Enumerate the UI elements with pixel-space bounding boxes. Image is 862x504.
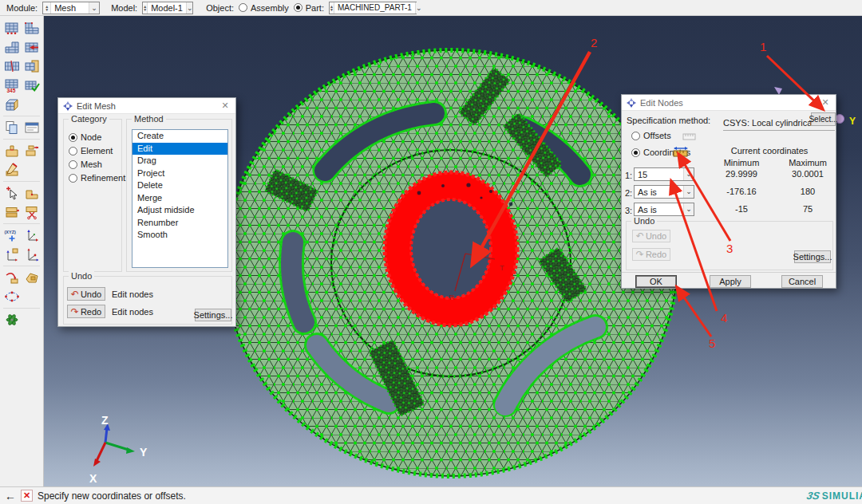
grid-arrow-icon[interactable] [22,38,41,57]
radio-icon[interactable] [239,3,247,12]
svg-text:Y: Y [849,116,856,127]
edit-nodes-titlebar[interactable]: Edit Nodes ✕ [622,95,836,111]
method-list[interactable]: Create Edit Drag Project Delete Merge Ad… [132,129,228,268]
svg-text:Z: Z [101,414,109,427]
method-item[interactable]: Adjust midside [132,204,227,217]
model-combo[interactable]: ▲▼ Model-1 ⌄ [142,2,193,14]
module-combo[interactable]: ▲▼ Mesh ⌄ [42,2,100,14]
radio-icon[interactable] [631,148,640,157]
circle-nodes-icon[interactable] [2,288,21,306]
chevron-down-icon[interactable]: ⌄ [186,2,193,14]
radio-icon[interactable] [69,160,77,169]
grid-book-icon[interactable] [22,57,41,76]
method-item[interactable]: Project [132,167,227,180]
category-element-radio[interactable]: Element [69,146,113,156]
object-assembly-radio[interactable]: Assembly [239,3,289,13]
svg-text:(XYZ): (XYZ) [4,230,16,234]
chevron-down-icon[interactable]: ⌄ [683,186,694,198]
axis-part-icon[interactable] [22,246,41,264]
settings-button[interactable]: Settings... [195,309,231,321]
turbine-icon[interactable] [2,311,21,329]
block-corner-icon[interactable] [22,184,41,203]
hand-block-icon[interactable] [22,269,41,287]
block-offset-icon[interactable] [22,142,41,160]
close-icon[interactable]: ✕ [820,97,831,108]
radio-icon[interactable] [294,3,302,12]
method-item[interactable]: Smooth [132,229,227,242]
chevron-down-icon[interactable]: ⌄ [683,203,694,215]
grid-corner-icon[interactable] [22,19,41,37]
grid-345-icon[interactable]: 345 [2,77,21,95]
category-mesh-radio[interactable]: Mesh [69,159,102,169]
block-pencil-icon[interactable] [2,161,21,179]
apply-button[interactable]: Apply [710,275,751,288]
redo-icon: ↷ [636,249,644,260]
object-part-radio[interactable]: Part: [294,3,324,13]
part-combo[interactable]: ▲▼ MACHINED_PART-1 ⌄ [329,2,417,14]
grid-step-icon[interactable] [2,38,21,57]
settings-button[interactable]: Settings... [794,250,831,263]
radio-icon[interactable] [631,132,640,140]
block-scissors-icon[interactable] [22,203,41,222]
grid-check-icon[interactable] [22,77,41,95]
method-item[interactable]: Renumber [132,217,227,230]
xyz-point-icon[interactable]: (XYZ) [2,226,21,245]
method-item[interactable]: Delete [132,179,227,192]
form-icon[interactable] [22,119,41,137]
block-tee-icon[interactable] [2,142,21,160]
cancel-procedure-icon[interactable]: ✕ [21,490,33,502]
coord3-combo[interactable]: As is⌄ [634,203,694,216]
axis-edit-icon[interactable] [2,246,21,264]
dialog-title: Edit Mesh [77,101,216,111]
cancel-button[interactable]: Cancel [781,275,823,288]
viewport[interactable]: T R Y Z Y X Edit Mesh ✕ Category Node [44,16,862,486]
offsets-radio[interactable]: Offsets [631,131,671,140]
copy-icon[interactable] [2,119,21,137]
category-node-radio[interactable]: Node [69,132,101,142]
svg-text:R: R [449,293,455,301]
undo-group: Undo ↶Undo ↷Redo Settings... [626,221,833,270]
undo-button[interactable]: ↶Undo [632,230,670,242]
spinner-icon[interactable]: ▲▼ [43,2,51,14]
coord3-max: 75 [784,204,832,214]
radio-icon[interactable] [69,147,77,156]
grid-dots-icon[interactable] [2,19,21,37]
svg-text:Y: Y [140,446,148,459]
coord2-combo[interactable]: As is⌄ [634,185,694,199]
chevron-down-icon[interactable]: ⌄ [415,2,422,14]
csys-select-button[interactable]: Select... [811,112,836,126]
redo-icon: ↷ [71,306,79,317]
close-icon[interactable]: ✕ [219,100,231,111]
svg-text:X: X [89,472,97,485]
redo-button[interactable]: ↷Redo [632,248,670,261]
cube-icon[interactable] [2,96,21,114]
chevron-down-icon[interactable]: ⌄ [683,168,694,180]
axis-triad-icon[interactable] [22,226,41,245]
previous-prompt-icon[interactable]: ← [5,490,16,502]
block-stack-icon[interactable] [2,203,21,222]
grid-split-icon[interactable] [2,57,21,76]
undo-icon: ↶ [636,230,644,242]
undo-button[interactable]: ↶Undo [67,287,105,301]
method-item-selected[interactable]: Edit [132,143,227,156]
method-item[interactable]: Drag [132,155,227,167]
mesh-toolbox: 345 (XYZ) [0,16,44,486]
method-item[interactable]: Merge [132,192,227,205]
prompt-bar: ← ✕ Specify new coordinates or offsets. … [0,486,862,504]
svg-text:345: 345 [6,88,15,93]
csys-label: CSYS: Local cylindrical [723,118,814,128]
undo-icon: ↶ [71,289,79,300]
redo-button[interactable]: ↷Redo [67,305,105,318]
method-item[interactable]: Create [132,130,227,143]
cursor-plus-icon[interactable] [2,184,21,203]
category-refinement-radio[interactable]: Refinement [69,173,125,183]
3ds-logo-icon: 3S [805,490,820,502]
radio-icon[interactable] [69,133,77,142]
coordinates-ruler-icon[interactable] [673,146,689,157]
edit-mesh-titlebar[interactable]: Edit Mesh ✕ [58,98,235,114]
radio-icon[interactable] [69,174,77,183]
chevron-down-icon[interactable]: ⌄ [89,2,99,14]
ok-button[interactable]: OK [635,275,677,288]
hook-icon[interactable] [2,269,21,287]
coord1-combo[interactable]: 15⌄ [634,167,694,181]
